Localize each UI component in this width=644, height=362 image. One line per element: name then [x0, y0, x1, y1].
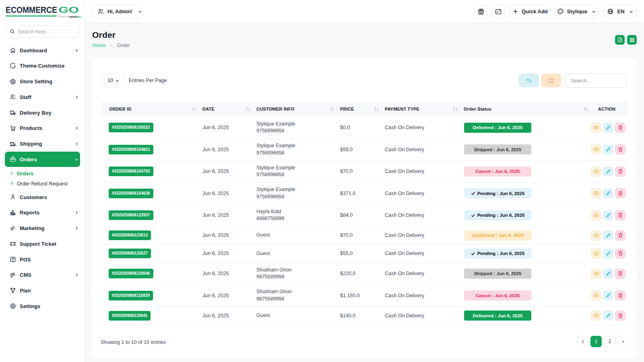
svg-text:GO: GO	[58, 6, 79, 15]
svg-text:workdo: workdo	[69, 15, 81, 19]
svg-text:Powered By: Powered By	[58, 15, 70, 18]
svg-text:ECOMMERCE: ECOMMERCE	[6, 6, 57, 15]
